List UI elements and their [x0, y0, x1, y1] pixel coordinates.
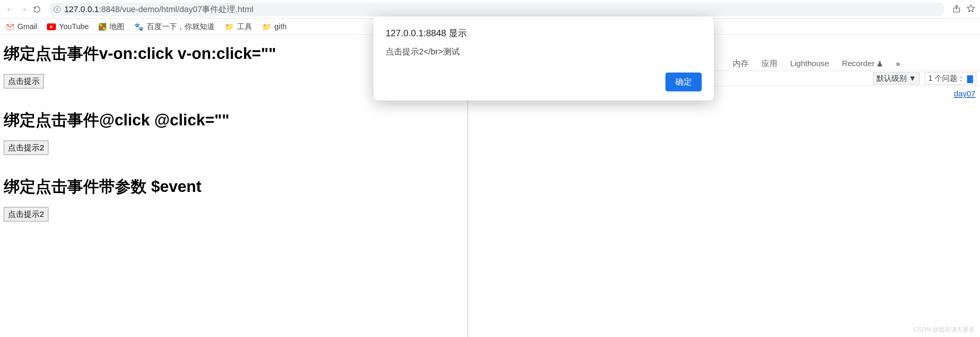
click-hint-button-3[interactable]: 点击提示2 — [4, 207, 48, 221]
bookmark-label: YouTube — [59, 22, 89, 31]
url-path: /vue-demo/html/day07事件处理.html — [120, 5, 253, 14]
bookmark-baidu[interactable]: 🐾 百度一下，你就知道 — [134, 22, 215, 32]
url-host: 127.0.0.1 — [64, 5, 99, 14]
log-level-select[interactable]: 默认级别 ▼ — [873, 72, 920, 84]
bookmark-maps[interactable]: 地图 — [99, 22, 124, 32]
alert-ok-button[interactable]: 确定 — [665, 73, 702, 91]
chevron-down-icon: ▼ — [909, 74, 916, 83]
issues-button[interactable]: 1 个问题： ▇ — [925, 72, 976, 84]
folder-icon: 📁 — [224, 22, 234, 31]
issues-label: 1 个问题： — [928, 73, 965, 84]
source-link[interactable]: day07 — [954, 89, 975, 98]
youtube-icon — [47, 24, 56, 30]
bookmark-label: 工具 — [237, 22, 252, 32]
log-level-label: 默认级别 — [877, 73, 907, 84]
reload-button[interactable] — [32, 4, 42, 15]
bookmark-label: Gmail — [18, 22, 37, 31]
address-bar[interactable]: i 127.0.0.1:8848/vue-demo/html/day07事件处理… — [48, 3, 945, 16]
maps-icon — [99, 23, 106, 30]
bookmark-label: gith — [275, 22, 286, 31]
folder-icon: 📁 — [262, 22, 272, 31]
alert-message: 点击提示2</br>测试 — [386, 46, 702, 57]
flask-icon — [877, 60, 883, 67]
click-hint-button-1[interactable]: 点击提示 — [4, 74, 44, 88]
bookmark-label: 百度一下，你就知道 — [147, 22, 215, 32]
bookmark-tools-folder[interactable]: 📁 工具 — [224, 22, 252, 32]
browser-toolbar: i 127.0.0.1:8848/vue-demo/html/day07事件处理… — [0, 0, 980, 19]
alert-dialog: 127.0.0.1:8848 显示 点击提示2</br>测试 确定 — [374, 17, 714, 100]
bookmark-label: 地图 — [109, 22, 124, 32]
tab-application[interactable]: 应用 — [762, 58, 777, 69]
alert-title: 127.0.0.1:8848 显示 — [386, 27, 702, 39]
tab-recorder-label: Recorder — [842, 59, 875, 68]
forward-button[interactable] — [18, 4, 29, 15]
tabs-overflow-icon[interactable]: » — [896, 59, 900, 68]
back-button[interactable] — [5, 4, 15, 15]
toolbar-right — [952, 4, 975, 15]
gmail-icon — [6, 24, 14, 30]
share-icon[interactable] — [952, 4, 961, 15]
heading-event-param: 绑定点击事件带参数 $event — [4, 176, 463, 197]
bookmark-gmail[interactable]: Gmail — [6, 22, 37, 31]
tab-recorder[interactable]: Recorder — [842, 59, 883, 68]
alert-actions: 确定 — [386, 73, 702, 91]
watermark: CSDN @我有满天星辰 — [913, 326, 975, 334]
star-icon[interactable] — [966, 4, 975, 15]
click-hint-button-2[interactable]: 点击提示2 — [4, 140, 48, 155]
tab-memory[interactable]: 内存 — [733, 58, 749, 69]
heading-at-click: 绑定点击事件@click @click="" — [4, 110, 463, 131]
tab-lighthouse[interactable]: Lighthouse — [790, 59, 829, 68]
url-text: 127.0.0.1:8848/vue-demo/html/day07事件处理.h… — [64, 4, 253, 15]
site-info-icon[interactable]: i — [54, 6, 60, 13]
bookmark-youtube[interactable]: YouTube — [47, 22, 89, 31]
bookmark-gith-folder[interactable]: 📁 gith — [262, 22, 286, 31]
url-port: :8848 — [99, 5, 120, 14]
issue-flag-icon: ▇ — [967, 74, 973, 83]
baidu-icon: 🐾 — [134, 22, 144, 31]
